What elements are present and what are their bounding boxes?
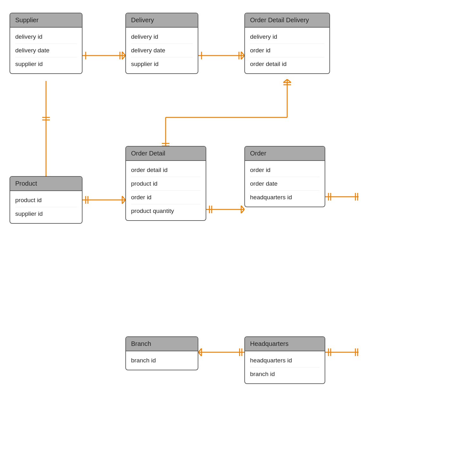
field-supplier-1: delivery date <box>15 44 77 57</box>
field-order_detail-0: order detail id <box>131 163 201 177</box>
svg-line-27 <box>241 209 244 213</box>
svg-line-34 <box>283 79 287 83</box>
table-delivery: Deliverydelivery iddelivery datesupplier… <box>125 13 198 74</box>
field-product-0: product id <box>15 194 77 207</box>
table-body-order_detail_delivery: delivery idorder idorder detail id <box>245 28 329 73</box>
table-body-product: product idsupplier id <box>10 191 82 223</box>
svg-line-46 <box>198 348 202 352</box>
table-order: Orderorder idorder dateheadquarters id <box>244 146 325 207</box>
table-order_detail: Order Detailorder detail idproduct idord… <box>125 146 206 221</box>
field-product-1: supplier id <box>15 207 77 221</box>
field-order_detail_delivery-0: delivery id <box>250 30 324 44</box>
table-header-branch: Branch <box>126 337 198 351</box>
svg-line-9 <box>241 56 244 59</box>
table-body-headquarters: headquarters idbranch id <box>245 351 325 383</box>
field-order-0: order id <box>250 163 320 177</box>
table-body-branch: branch id <box>126 351 198 370</box>
field-headquarters-0: headquarters id <box>250 354 320 367</box>
table-header-order_detail: Order Detail <box>126 147 206 161</box>
field-delivery-2: supplier id <box>131 57 193 71</box>
svg-line-3 <box>122 56 125 59</box>
table-header-delivery: Delivery <box>126 13 198 28</box>
field-order_detail-1: product id <box>131 177 201 191</box>
field-order_detail_delivery-2: order detail id <box>250 57 324 71</box>
svg-line-23 <box>122 200 125 204</box>
table-body-supplier: delivery iddelivery datesupplier id <box>10 28 82 73</box>
table-headquarters: Headquartersheadquarters idbranch id <box>244 336 325 384</box>
table-branch: Branchbranch id <box>125 336 198 370</box>
field-delivery-0: delivery id <box>131 30 193 44</box>
field-order_detail-2: order id <box>131 191 201 204</box>
table-header-order_detail_delivery: Order Detail Delivery <box>245 13 329 28</box>
field-branch-0: branch id <box>131 354 193 367</box>
field-supplier-2: supplier id <box>15 57 77 71</box>
field-order-2: headquarters id <box>250 191 320 204</box>
table-header-headquarters: Headquarters <box>245 337 325 351</box>
table-supplier: Supplierdelivery iddelivery datesupplier… <box>10 13 83 74</box>
svg-line-22 <box>122 196 125 200</box>
field-delivery-1: delivery date <box>131 44 193 57</box>
table-product: Productproduct idsupplier id <box>10 176 83 224</box>
table-header-product: Product <box>10 177 82 191</box>
field-order_detail_delivery-1: order id <box>250 44 324 57</box>
svg-line-35 <box>287 79 291 83</box>
svg-line-8 <box>241 52 244 56</box>
svg-line-26 <box>241 206 244 209</box>
table-body-order_detail: order detail idproduct idorder idproduct… <box>126 161 206 220</box>
table-header-supplier: Supplier <box>10 13 82 28</box>
field-headquarters-1: branch id <box>250 367 320 381</box>
field-supplier-0: delivery id <box>15 30 77 44</box>
field-order-1: order date <box>250 177 320 191</box>
table-body-delivery: delivery iddelivery datesupplier id <box>126 28 198 73</box>
table-body-order: order idorder dateheadquarters id <box>245 161 325 207</box>
svg-line-2 <box>122 52 125 56</box>
table-order_detail_delivery: Order Detail Deliverydelivery idorder id… <box>244 13 330 74</box>
field-order_detail-3: product quantity <box>131 204 201 218</box>
svg-line-47 <box>198 352 202 356</box>
table-header-order: Order <box>245 147 325 161</box>
